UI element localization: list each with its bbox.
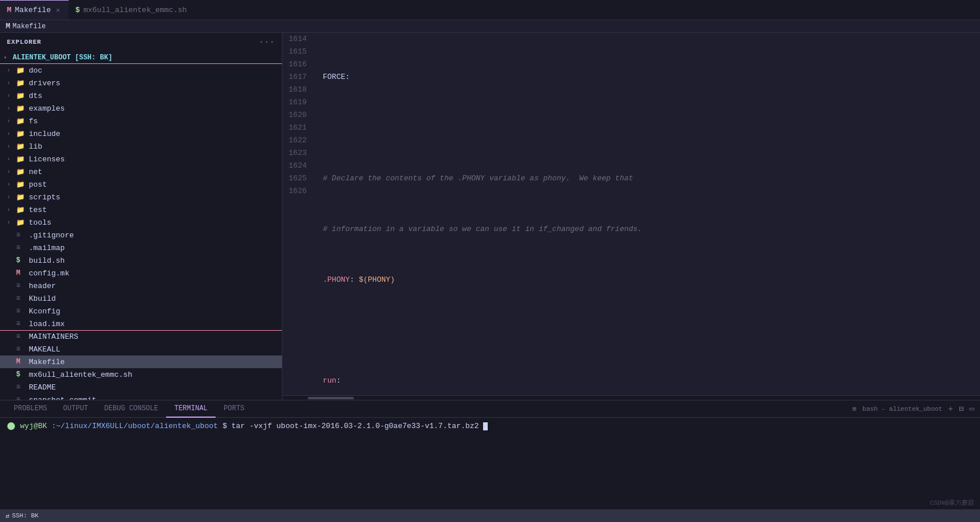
main-area: EXPLORER ··· ▾ ALIENTEK_UBOOT [SSH: BK] … <box>0 33 980 400</box>
file-icon: ≡ <box>16 244 27 252</box>
code-line-1614: FORCE: <box>323 71 980 84</box>
sidebar-item-kbuild[interactable]: ≡ Kbuild <box>0 292 282 305</box>
tab-makefile[interactable]: M Makefile ✕ <box>0 0 69 20</box>
sidebar-root[interactable]: ▾ ALIENTEK_UBOOT [SSH: BK] <box>0 51 282 64</box>
sidebar-item-mx6ull-sh[interactable]: $ mx6ull_alientek_emmc.sh <box>0 368 282 381</box>
shell-icon: $ <box>76 6 80 14</box>
ssh-label: SSH: BK <box>12 512 39 519</box>
terminal-dollar: $ <box>223 422 232 430</box>
folder-icon: 📁 <box>16 193 27 202</box>
tab-debug-console[interactable]: DEBUG CONSOLE <box>96 400 167 418</box>
folder-icon: 📁 <box>16 130 27 138</box>
terminal-maximize-button[interactable]: ▭ <box>970 404 974 414</box>
root-label: ALIENTEK_UBOOT [SSH: BK] <box>13 54 112 62</box>
sidebar-item-tools[interactable]: › 📁 tools <box>0 216 282 229</box>
terminal-path: :~/linux/IMX6ULL/uboot/alientek_uboot <box>51 422 218 430</box>
explorer-title: EXPLORER <box>7 39 42 46</box>
file-icon: ≡ <box>16 294 27 302</box>
chevron-right-icon: › <box>7 143 16 150</box>
tab-output[interactable]: OUTPUT <box>55 400 96 418</box>
line-num-1626: 1626 <box>282 185 311 198</box>
ellipsis-icon[interactable]: ··· <box>259 37 275 47</box>
code-line-1618: .PHONY: $(PHONY) <box>323 274 980 286</box>
folder-icon: 📁 <box>16 142 27 151</box>
sidebar-header-icons: ··· <box>259 37 275 47</box>
sidebar-item-makefile[interactable]: M Makefile <box>0 355 282 368</box>
chevron-right-icon: › <box>7 105 16 112</box>
terminal-content[interactable]: ⬤ wyj@BK :~/linux/IMX6ULL/uboot/alientek… <box>0 418 980 509</box>
sidebar-item-dts[interactable]: › 📁 dts <box>0 89 282 102</box>
terminal-add-button[interactable]: + <box>948 404 953 414</box>
sidebar-item-load-imx[interactable]: ≡ load.imx <box>0 317 282 330</box>
ssh-status[interactable]: ⇄ SSH: BK <box>6 512 39 520</box>
file-icon: ≡ <box>16 231 27 239</box>
horizontal-scrollbar[interactable] <box>282 395 980 400</box>
sidebar-item-header[interactable]: ≡ header <box>0 279 282 292</box>
breadcrumb: M Makefile <box>0 20 980 33</box>
breadcrumb-label: Makefile <box>13 22 46 31</box>
sidebar-item-include[interactable]: › 📁 include <box>0 127 282 140</box>
line-num-1616: 1616 <box>282 58 311 71</box>
folder-icon: 📁 <box>16 168 27 176</box>
sidebar-item-gitignore[interactable]: ≡ .gitignore <box>0 229 282 241</box>
sidebar-item-mailmap[interactable]: ≡ .mailmap <box>0 241 282 254</box>
sidebar-item-kconfig[interactable]: ≡ Kconfig <box>0 305 282 317</box>
sidebar-item-build-sh[interactable]: $ build.sh <box>0 254 282 267</box>
chevron-right-icon: › <box>7 93 16 99</box>
tab-mx6ull[interactable]: $ mx6ull_alientek_emmc.sh <box>69 0 194 20</box>
folder-icon: 📁 <box>16 104 27 113</box>
tab-ports[interactable]: PORTS <box>216 400 252 418</box>
terminal-line: ⬤ wyj@BK :~/linux/IMX6ULL/uboot/alientek… <box>7 421 973 430</box>
sidebar-item-scripts[interactable]: › 📁 scripts <box>0 191 282 203</box>
chevron-right-icon: › <box>7 131 16 137</box>
sidebar-item-examples[interactable]: › 📁 examples <box>0 102 282 115</box>
line-num-1621: 1621 <box>282 122 311 134</box>
terminal-bash-label: ⊞ bash - alientek_uboot <box>853 405 943 413</box>
sidebar-tree[interactable]: ▾ ALIENTEK_UBOOT [SSH: BK] › 📁 doc › 📁 d… <box>0 51 282 400</box>
sidebar-item-snapshot[interactable]: ≡ snapshot.commit <box>0 394 282 400</box>
chevron-right-icon: › <box>7 67 16 74</box>
sidebar-item-test[interactable]: › 📁 test <box>0 203 282 216</box>
code-line-1617: # information in a variable so we can us… <box>323 223 980 236</box>
line-numbers: 1614 1615 1616 1617 1618 1619 1620 1621 … <box>282 33 317 395</box>
line-num-1617: 1617 <box>282 71 311 84</box>
terminal-cursor <box>483 422 488 430</box>
sidebar-item-lib[interactable]: › 📁 lib <box>0 140 282 153</box>
sidebar-item-config-mk[interactable]: M config.mk <box>0 267 282 279</box>
editor-area: 1614 1615 1616 1617 1618 1619 1620 1621 … <box>282 33 980 400</box>
code-line-1615 <box>323 122 980 134</box>
sidebar-item-fs[interactable]: › 📁 fs <box>0 115 282 127</box>
folder-icon: 📁 <box>16 117 27 126</box>
file-icon: ≡ <box>16 345 27 353</box>
sidebar-item-readme[interactable]: ≡ README <box>0 381 282 394</box>
folder-icon: 📁 <box>16 180 27 189</box>
file-icon: ≡ <box>16 320 27 328</box>
shell-file-icon: $ <box>16 256 27 264</box>
sidebar-header: EXPLORER ··· <box>0 33 282 51</box>
sidebar-item-makeall[interactable]: ≡ MAKEALL <box>0 343 282 355</box>
code-line-1620: run: <box>323 375 980 387</box>
line-num-1620: 1620 <box>282 109 311 122</box>
folder-icon: 📁 <box>16 206 27 214</box>
terminal-command: tar -vxjf uboot-imx-2016.03-2.1.0-g0ae7e… <box>232 422 479 430</box>
file-icon: ≡ <box>16 383 27 391</box>
sidebar-item-net[interactable]: › 📁 net <box>0 165 282 178</box>
sidebar-item-doc[interactable]: › 📁 doc <box>0 64 282 77</box>
tab-close-button[interactable]: ✕ <box>54 5 62 15</box>
tab-mx6ull-label: mx6ull_alientek_emmc.sh <box>84 6 187 14</box>
sidebar-item-maintainers[interactable]: ≡ MAINTAINERS <box>0 330 282 343</box>
folder-icon: 📁 <box>16 79 27 88</box>
scroll-thumb[interactable] <box>308 397 354 399</box>
terminal-split-button[interactable]: ⊟ <box>959 404 963 414</box>
sidebar-item-drivers[interactable]: › 📁 drivers <box>0 77 282 89</box>
tab-problems[interactable]: PROBLEMS <box>6 400 55 418</box>
tab-terminal[interactable]: TERMINAL <box>166 400 216 418</box>
sidebar-item-licenses[interactable]: › 📁 Licenses <box>0 153 282 165</box>
line-num-1619: 1619 <box>282 96 311 109</box>
code-container[interactable]: 1614 1615 1616 1617 1618 1619 1620 1621 … <box>282 33 980 395</box>
line-num-1623: 1623 <box>282 147 311 160</box>
terminal-tabs: PROBLEMS OUTPUT DEBUG CONSOLE TERMINAL P… <box>0 400 980 418</box>
folder-icon: 📁 <box>16 92 27 100</box>
sidebar: EXPLORER ··· ▾ ALIENTEK_UBOOT [SSH: BK] … <box>0 33 282 400</box>
sidebar-item-post[interactable]: › 📁 post <box>0 178 282 191</box>
